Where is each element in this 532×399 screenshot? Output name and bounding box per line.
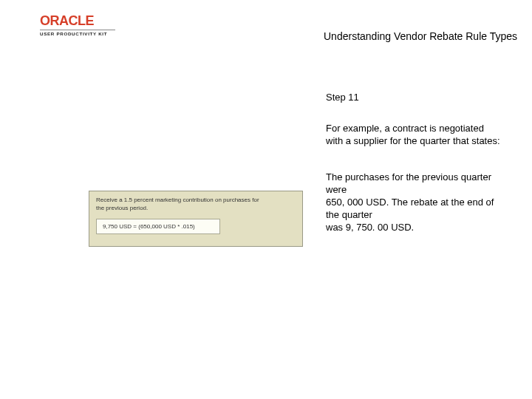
example-line-1: The purchases for the previous quarter w…: [326, 171, 491, 195]
brand-logo: ORACLE USER PRODUCTIVITY KIT: [40, 13, 115, 36]
brand-subtitle: USER PRODUCTIVITY KIT: [40, 30, 115, 36]
formula-text: 9,750 USD = (650,000 USD * .015): [103, 223, 214, 230]
page-header: ORACLE USER PRODUCTIVITY KIT Understandi…: [0, 13, 532, 46]
brand-name: ORACLE: [40, 13, 115, 29]
example-line-3: was 9, 750. 00 USD.: [326, 222, 414, 233]
page-title: Understanding Vendor Rebate Rule Types: [324, 30, 517, 42]
intro-paragraph: For example, a contract is negotiated wi…: [326, 123, 503, 148]
step-label: Step 11: [326, 92, 359, 103]
example-figure: Receive a 1.5 percent marketing contribu…: [89, 191, 303, 247]
figure-description: Receive a 1.5 percent marketing contribu…: [96, 197, 296, 213]
example-paragraph: The purchases for the previous quarter w…: [326, 171, 503, 233]
example-line-2: 650, 000 USD. The rebate at the end of t…: [326, 197, 494, 220]
figure-desc-line-1: Receive a 1.5 percent marketing contribu…: [96, 197, 259, 203]
formula-box: 9,750 USD = (650,000 USD * .015): [96, 219, 220, 234]
figure-desc-line-2: the previous period.: [96, 205, 148, 211]
